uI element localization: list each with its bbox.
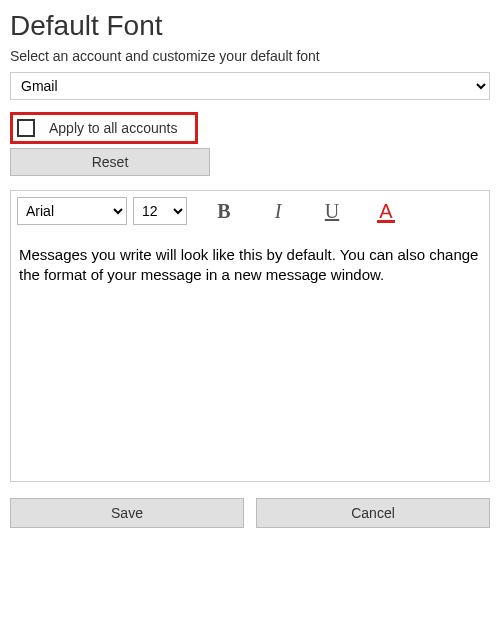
underline-button[interactable]: U [315,197,349,225]
page-subtitle: Select an account and customize your def… [10,48,490,64]
italic-button[interactable]: I [261,197,295,225]
action-row: Save Cancel [10,498,490,528]
editor-container: Arial 12 B I U A Messages you write will… [10,190,490,482]
font-color-button[interactable]: A [369,197,403,225]
save-button[interactable]: Save [10,498,244,528]
bold-button[interactable]: B [207,197,241,225]
apply-all-label: Apply to all accounts [49,120,177,136]
cancel-button[interactable]: Cancel [256,498,490,528]
editor-area[interactable]: Messages you write will look like this b… [11,231,489,481]
apply-all-checkbox[interactable] [17,119,35,137]
apply-all-row: Apply to all accounts [10,112,198,144]
font-size-select[interactable]: 12 [133,197,187,225]
format-toolbar: Arial 12 B I U A [11,191,489,231]
font-family-select[interactable]: Arial [17,197,127,225]
account-select[interactable]: Gmail [10,72,490,100]
page-title: Default Font [10,10,490,42]
reset-button[interactable]: Reset [10,148,210,176]
